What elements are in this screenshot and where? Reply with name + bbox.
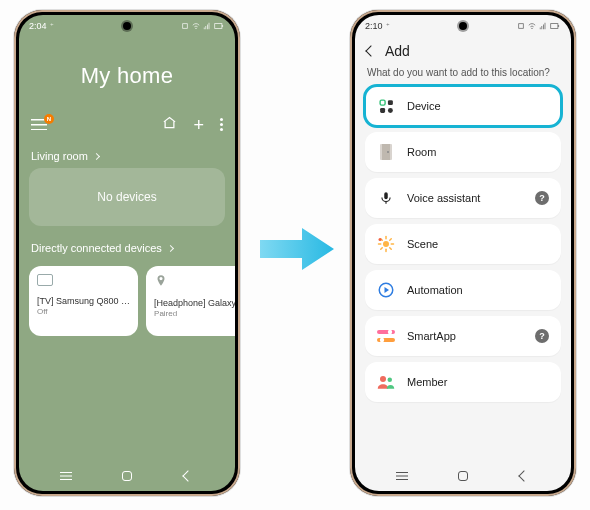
flow-arrow-icon [260,226,334,272]
item-label: Automation [407,284,549,296]
svg-point-12 [387,151,389,153]
device-name: [Headphone] Galaxy … [154,298,235,308]
home-icon[interactable] [162,115,177,134]
nav-back[interactable] [180,468,196,484]
svg-point-24 [379,238,382,241]
svg-line-21 [390,248,392,250]
device-card-tv[interactable]: [TV] Samsung Q800 … Off [29,266,138,336]
help-icon[interactable]: ? [535,191,549,205]
status-icons [181,22,225,30]
wifi-icon [528,22,536,30]
help-icon[interactable]: ? [535,329,549,343]
vibrate-icon [181,22,189,30]
svg-rect-7 [387,100,392,105]
svg-rect-8 [380,107,385,112]
item-label: SmartApp [407,330,523,342]
signal-icon [539,22,547,30]
item-label: Room [407,146,549,158]
svg-point-29 [388,330,392,334]
svg-rect-2 [222,25,223,27]
add-item-device[interactable]: Device [365,86,561,126]
add-item-room[interactable]: Room [365,132,561,172]
camera-punch-hole [123,22,131,30]
status-indicator: ⁺ [50,22,54,30]
status-icons [517,22,561,30]
phone-home: 2:04 ⁺ My home N [14,10,240,496]
room-empty-text: No devices [97,190,156,204]
add-icon[interactable]: + [193,116,204,134]
members-icon [377,373,395,391]
room-empty-card[interactable]: No devices [29,168,225,226]
sliders-icon [377,327,395,345]
svg-marker-26 [385,287,390,293]
svg-point-0 [195,28,196,29]
svg-line-22 [381,248,383,250]
svg-rect-5 [558,25,559,27]
svg-rect-27 [377,330,395,334]
item-label: Device [407,100,549,112]
svg-rect-13 [384,192,388,199]
status-time: 2:10 [365,21,383,31]
nav-home[interactable] [119,468,135,484]
svg-rect-28 [377,338,395,342]
wifi-icon [192,22,200,30]
svg-line-23 [390,239,392,241]
room-header[interactable]: Living room [29,148,225,168]
device-grid-icon [377,97,395,115]
device-name: [TV] Samsung Q800 … [37,296,130,306]
signal-icon [203,22,211,30]
room-label: Living room [31,150,88,162]
nav-back[interactable] [516,468,532,484]
add-item-smartapp[interactable]: SmartApp ? [365,316,561,356]
battery-icon [214,22,225,30]
direct-devices-header[interactable]: Directly connected devices [29,240,225,260]
svg-rect-6 [380,100,385,105]
battery-icon [550,22,561,30]
item-label: Member [407,376,549,388]
location-pin-icon [154,274,166,288]
tv-icon [37,274,53,286]
back-icon[interactable] [365,45,376,56]
device-card-headphone[interactable]: [Headphone] Galaxy … Paired [146,266,235,336]
nav-recents[interactable] [58,468,74,484]
chevron-right-icon [93,152,100,159]
svg-point-31 [380,376,386,382]
svg-point-15 [383,241,389,247]
device-state: Off [37,307,130,316]
svg-point-9 [387,107,392,112]
more-icon[interactable] [220,118,223,131]
item-label: Voice assistant [407,192,523,204]
add-item-member[interactable]: Member [365,362,561,402]
menu-badge: N [44,114,54,124]
menu-icon[interactable]: N [31,119,47,130]
add-item-automation[interactable]: Automation [365,270,561,310]
svg-point-3 [531,28,532,29]
chevron-right-icon [167,244,174,251]
camera-punch-hole [459,22,467,30]
svg-point-32 [388,378,393,383]
play-circle-icon [377,281,395,299]
add-options-list: Device Room Voice assistant ? [355,86,571,402]
status-indicator: ⁺ [386,22,390,30]
nav-home[interactable] [455,468,471,484]
add-item-scene[interactable]: Scene [365,224,561,264]
direct-devices-label: Directly connected devices [31,242,162,254]
svg-rect-4 [551,24,558,29]
sun-icon [377,235,395,253]
nav-recents[interactable] [394,468,410,484]
item-label: Scene [407,238,549,250]
vibrate-icon [517,22,525,30]
svg-point-30 [380,338,384,342]
header-title: Add [385,43,410,59]
svg-rect-1 [215,24,222,29]
status-time: 2:04 [29,21,47,31]
device-state: Paired [154,309,235,318]
door-icon [377,143,395,161]
add-item-voice[interactable]: Voice assistant ? [365,178,561,218]
phone-add: 2:10 ⁺ Add What do you want to add to th… [350,10,576,496]
page-title: My home [29,63,225,89]
microphone-icon [377,189,395,207]
add-prompt: What do you want to add to this location… [355,67,571,86]
